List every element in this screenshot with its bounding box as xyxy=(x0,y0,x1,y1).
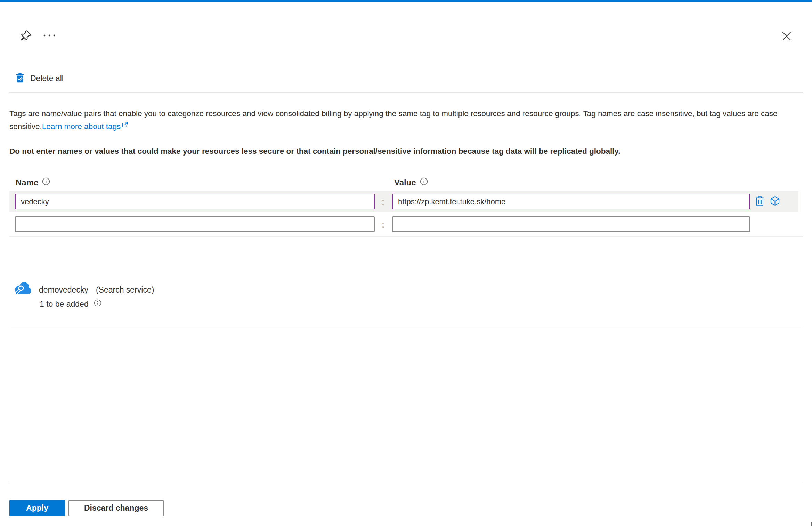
resource-row: demovedecky(Search service) xyxy=(39,285,154,295)
footer-divider xyxy=(9,484,803,484)
resource-name: demovedecky xyxy=(39,285,88,294)
name-value-separator-row2: : xyxy=(378,220,388,230)
pin-icon xyxy=(20,29,32,43)
name-column-header: Name xyxy=(16,177,50,188)
delete-all-icon xyxy=(15,73,25,84)
scrollbar[interactable] xyxy=(811,522,812,526)
cube-icon xyxy=(770,202,780,207)
apply-button[interactable]: Apply xyxy=(9,500,65,516)
tag-name-input-row1[interactable] xyxy=(15,194,375,209)
resource-status: 1 to be added xyxy=(40,300,89,309)
discard-changes-button[interactable]: Discard changes xyxy=(68,500,164,516)
name-info-icon[interactable] xyxy=(42,177,50,188)
tag-value-input-row1[interactable] xyxy=(392,194,750,209)
tags-warning-text: Do not enter names or values that could … xyxy=(9,145,806,158)
close-blade-button[interactable] xyxy=(781,31,793,42)
blade-title-partial: S xyxy=(0,26,6,46)
delete-all-label: Delete all xyxy=(30,74,64,83)
trash-icon xyxy=(755,202,765,207)
value-column-header: Value xyxy=(394,177,428,188)
status-info-icon[interactable] xyxy=(94,299,102,309)
top-accent-bar xyxy=(0,0,812,2)
resource-status-row: 1 to be added xyxy=(40,299,102,309)
resource-type: (Search service) xyxy=(96,285,154,294)
delete-tag-button[interactable] xyxy=(755,196,765,207)
tag-name-input-row2[interactable] xyxy=(15,216,375,232)
value-info-icon[interactable] xyxy=(420,177,428,188)
value-header-label: Value xyxy=(394,178,416,188)
name-header-label: Name xyxy=(16,178,38,188)
more-options-button[interactable] xyxy=(42,29,57,42)
external-link-icon xyxy=(121,122,128,131)
close-icon xyxy=(782,31,791,42)
content-divider xyxy=(9,326,803,326)
name-value-separator-row1: : xyxy=(378,197,388,207)
toolbar-divider xyxy=(9,92,803,93)
tags-description: Tags are name/value pairs that enable yo… xyxy=(9,107,806,133)
pin-button[interactable] xyxy=(19,29,33,42)
learn-more-link[interactable]: Learn more about tags xyxy=(42,122,128,131)
learn-more-label: Learn more about tags xyxy=(42,122,121,131)
tag-value-input-row2[interactable] xyxy=(392,216,750,232)
resource-cube-button[interactable] xyxy=(770,196,780,207)
ellipsis-icon xyxy=(43,33,56,39)
search-service-icon xyxy=(15,282,32,297)
delete-all-button[interactable]: Delete all xyxy=(15,72,64,84)
rows-divider xyxy=(9,236,803,237)
